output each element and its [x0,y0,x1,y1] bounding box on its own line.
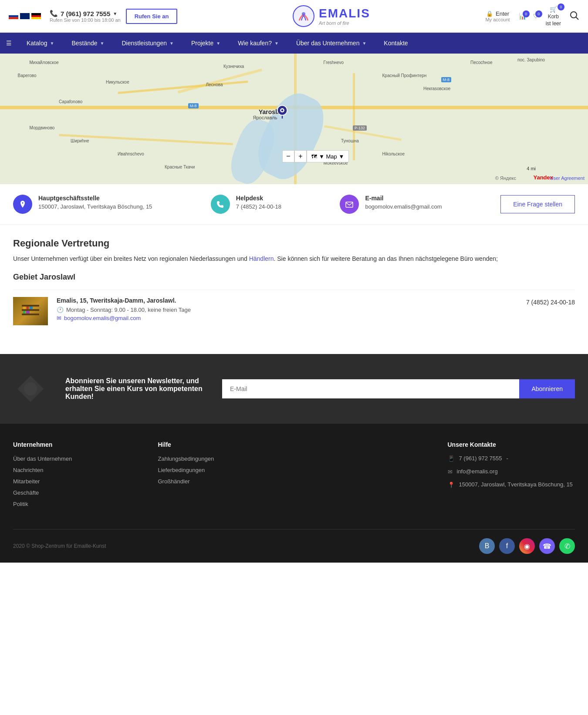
map-zoom-minus[interactable]: − [282,150,294,162]
store-image [13,297,48,325]
map-label-8: Красные Ткачи [165,165,195,169]
footer-link-grosshandler[interactable]: Großhändler [158,478,190,485]
office-title: Hauptgeschäftsstelle [38,195,152,202]
office-info: Hauptgeschäftsstelle 150007, Jaroslawl, … [38,195,152,210]
social-vk-button[interactable]: B [479,538,495,554]
map-type-button[interactable]: 🗺 ▼ Map ▼ [307,150,349,162]
compare-button[interactable]: 📊 0 [519,13,526,20]
footer-address-text: 150007, Jaroslawl, Tveritskaya Böschung,… [459,481,573,488]
footer-company-col: Unternehmen Über das Unternehmen Nachric… [13,441,141,512]
store-shelves-icon [20,303,41,320]
store-card: Emalis, 15, Tweritskaja-Damm, Jaroslawl.… [13,290,575,332]
flag-ru[interactable] [9,13,18,19]
flag-uk[interactable] [20,13,30,19]
nav-bestande[interactable]: Bestände ▼ [63,33,113,54]
map-background: Михайловское Варегово Никульское Сараfon… [0,54,588,184]
logo-text: EMALIS Art born of fire [319,7,370,26]
nav-uber-unternehmen[interactable]: Über das Unternehmen ▼ [287,33,375,54]
social-instagram-button[interactable]: ◉ [519,538,535,554]
map-city-name-ru: Ярославль [253,115,277,120]
lock-icon: 🔒 [486,10,493,17]
dealers-link[interactable]: Händlern [249,255,274,262]
map-badge-m8: М-8 [188,103,199,108]
social-viber-button[interactable]: ☎ [539,538,555,554]
footer-link-lieferung[interactable]: Lieferbedingungen [158,467,205,473]
footer-email-icon: ✉ [448,469,453,475]
hamburger-menu[interactable]: ☰ [0,33,18,54]
office-icon [13,195,32,214]
regional-section: Regionale Vertretung Unser Unternehmen v… [0,225,588,337]
nav-projekte[interactable]: Projekte ▼ [182,33,229,54]
svg-rect-13 [30,307,33,309]
map-label-pesochnoe: Песochное [470,60,493,65]
list-item: Nachrichten [13,466,141,473]
map-zoom-plus[interactable]: + [294,150,307,162]
map-scale: 4 mi [527,166,536,171]
list-item: Politik [13,500,141,507]
hamburger-icon: ☰ [6,40,12,47]
regional-description: Unser Unternehmen verfügt über ein breit… [13,255,575,262]
account-section[interactable]: 🔒 Enter My account [485,10,510,22]
search-button[interactable] [570,11,579,22]
map-label-6: Шириhне [71,138,89,143]
footer-link-uber[interactable]: Über das Unternehmen [13,455,72,462]
map-label-kuznech: Кузнечиха [223,64,244,69]
list-item: Zahlungsbedingungen [158,455,286,462]
facebook-icon: f [506,542,508,550]
nav-katalog-label: Katalog [27,40,47,47]
helpdesk-info: Helpdesk 7 (4852) 24-00-18 [236,195,281,210]
map-label-lesnaya: Леснова [206,82,223,87]
svg-rect-9 [22,309,39,311]
clock-icon: 🕐 [57,307,64,313]
svg-rect-7 [346,202,353,207]
svg-line-3 [576,17,578,20]
phone-arrow[interactable]: ▼ [113,11,117,16]
footer-address-icon: 📍 [448,482,455,488]
footer-bottom: 2020 © Shop-Zentrum für Emaille-Kunst B … [13,529,575,554]
nav-katalog[interactable]: Katalog ▼ [18,33,63,54]
social-whatsapp-button[interactable]: ✆ [559,538,575,554]
footer-link-nachrichten[interactable]: Nachrichten [13,467,43,473]
helpdesk-phone: 7 (4852) 24-00-18 [236,203,281,210]
footer-contacts-col: Unsere Kontakte 📱 7 (961) 972 7555 - ✉ i… [448,441,575,512]
store-hours-text: Montag - Sonntag: 9.00 - 18.00, keine fr… [66,307,191,313]
nav-wie-kaufen[interactable]: Wie kaufen? ▼ [229,33,287,54]
flag-de[interactable] [31,13,41,19]
phone-number[interactable]: 7 (961) 972 7555 [61,10,110,17]
footer-link-geschafte[interactable]: Geschäfte [13,489,39,496]
nav-wie-kaufen-arrow: ▼ [274,41,279,46]
header-left: 📞 7 (961) 972 7555 ▼ Rufen Sie von 10:00… [9,9,177,24]
map-user-agreement[interactable]: User Agreement [550,175,585,181]
footer-phone-icon: 📱 [448,455,455,462]
newsletter-subscribe-button[interactable]: Abonnieren [519,379,575,398]
footer-link-mitarbeiter[interactable]: Mitarbeiter [13,478,40,485]
nav-kontakte[interactable]: Kontakte [375,33,416,54]
footer-link-zahlung[interactable]: Zahlungsbedingungen [158,455,214,462]
list-item: Großhändler [158,478,286,485]
logo-icon [293,5,314,27]
svg-rect-8 [22,305,39,307]
cart-icon: 🛒 [550,6,557,13]
footer-help-col: Hilfe Zahlungsbedingungen Lieferbedingun… [158,441,286,512]
footer-link-politik[interactable]: Politik [13,501,28,507]
nav-uber-arrow: ▼ [362,41,366,46]
store-email-link[interactable]: bogomolov.emalis@gmail.com [64,315,141,321]
footer: Unternehmen Über das Unternehmen Nachric… [0,424,588,563]
call-button[interactable]: Rufen Sie an [126,9,178,24]
cart-button[interactable]: 🛒 0 Korb ist leer [546,6,561,27]
newsletter-bg-icon [13,371,48,406]
contact-helpdesk: Helpdesk 7 (4852) 24-00-18 [211,195,281,214]
social-icons: B f ◉ ☎ ✆ [479,538,575,554]
nav-dienstleistungen[interactable]: Dienstleistungen ▼ [113,33,182,54]
ask-question-button[interactable]: Eine Frage stellen [500,195,575,213]
language-flags[interactable] [9,13,41,19]
social-facebook-button[interactable]: f [499,538,515,554]
wishlist-button[interactable]: ♡ 0 [533,13,539,20]
logo[interactable]: EMALIS Art born of fire [293,5,370,27]
map-badge-p132: Р-132 [353,125,367,131]
map-label-1: Михайловское [30,60,59,65]
footer-copyright: 2020 © Shop-Zentrum für Emaille-Kunst [13,543,106,549]
search-icon [570,11,579,20]
header: 📞 7 (961) 972 7555 ▼ Rufen Sie von 10:00… [0,0,588,33]
newsletter-email-input[interactable] [222,379,519,398]
